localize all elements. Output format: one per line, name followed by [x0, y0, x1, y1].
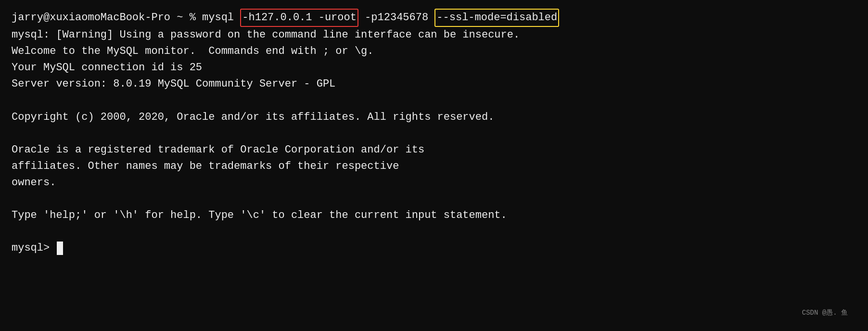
- host-flag-highlight: -h127.0.0.1 -uroot: [240, 9, 358, 27]
- password-part: -p12345678: [358, 10, 434, 26]
- welcome-line: Welcome to the MySQL monitor. Commands e…: [12, 43, 856, 60]
- terminal-window: jarry@xuxiaomoMacBook-Pro ~ % mysql -h12…: [12, 9, 856, 322]
- blank2: [12, 126, 856, 142]
- blank4: [12, 224, 856, 240]
- command-line: jarry@xuxiaomoMacBook-Pro ~ % mysql -h12…: [12, 9, 856, 27]
- oracle-line2: affiliates. Other names may be trademark…: [12, 158, 856, 175]
- watermark-text: CSDN @愚. 鱼: [802, 308, 848, 318]
- help-line: Type 'help;' or '\h' for help. Type '\c'…: [12, 207, 856, 224]
- copyright-line: Copyright (c) 2000, 2020, Oracle and/or …: [12, 109, 856, 126]
- blank3: [12, 191, 856, 207]
- prompt-prefix: jarry@xuxiaomoMacBook-Pro ~ % mysql: [12, 10, 240, 26]
- mysql-prompt-line[interactable]: mysql>: [12, 240, 856, 256]
- cursor-block: [57, 242, 63, 255]
- oracle-line1: Oracle is a registered trademark of Orac…: [12, 142, 856, 158]
- blank1: [12, 92, 856, 109]
- warning-line: mysql: [Warning] Using a password on the…: [12, 27, 856, 43]
- server-line: Server version: 8.0.19 MySQL Community S…: [12, 76, 856, 92]
- ssl-flag-highlight: --ssl-mode=disabled: [434, 9, 559, 27]
- mysql-prompt-label: mysql>: [12, 240, 56, 256]
- connid-line: Your MySQL connection id is 25: [12, 60, 856, 76]
- oracle-line3: owners.: [12, 175, 856, 191]
